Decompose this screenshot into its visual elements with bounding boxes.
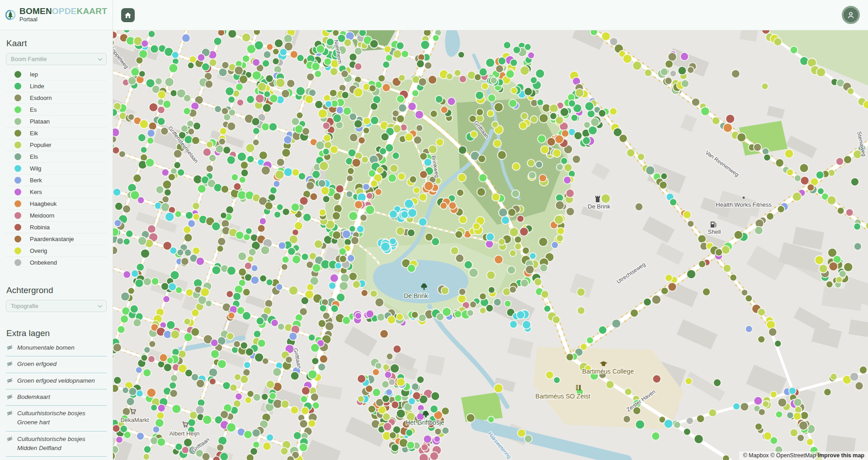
logo-row: BOMENOPDEKAART Portaal [0, 0, 113, 30]
legend-color-dot [14, 200, 21, 207]
legend-item-els[interactable]: Els [6, 151, 107, 163]
app-subtitle: Portaal [19, 17, 107, 23]
logo-text: BOMENOPDEKAART Portaal [19, 7, 107, 23]
legend-item-es[interactable]: Es [6, 104, 107, 116]
map-label-health-works-fitness: Health Works Fitness [716, 201, 772, 208]
legend-color-dot [14, 224, 21, 231]
extra-layers-list: Monumentale bomenGroen erfgoedGroen erfg… [6, 340, 107, 460]
map-canvas[interactable]: KoppelwegGriffensteijnselaanNijenheimGri… [113, 30, 868, 460]
legend-item-paardenkastanje[interactable]: Paardenkastanje [6, 233, 107, 245]
map-label-bartimeus-college: Bartiméus College [582, 368, 634, 375]
legend-color-dot [14, 153, 21, 160]
user-menu-button[interactable] [842, 6, 860, 24]
improve-map-link[interactable]: Improve this map [818, 452, 865, 459]
legend-item-esdoorn[interactable]: Esdoorn [6, 92, 107, 104]
sidebar-content: Kaart Boom Familie IepLindeEsdoornEsPlat… [0, 30, 113, 460]
chevron-down-icon [98, 56, 103, 61]
map-label-de-brink: De Brink [404, 292, 429, 299]
legend-color-dot [14, 259, 21, 266]
legend-item-linde[interactable]: Linde [6, 81, 107, 92]
eye-off-icon [7, 394, 13, 400]
home-button[interactable] [121, 8, 135, 22]
osm-attribution-link[interactable]: © OpenStreetMap [770, 452, 816, 459]
layer-label: Cultuurhistorische bosjesMidden Delfland [17, 435, 85, 453]
boom-familie-select[interactable]: Boom Familie [6, 53, 107, 65]
eye-off-icon [7, 361, 13, 367]
layer-toggle-bodemkaart[interactable]: Bodemkaart [6, 389, 107, 406]
map-label-shell: Shell [708, 228, 721, 235]
eye-off-icon [7, 345, 13, 351]
layer-toggle-fijnstof[interactable]: Fijnstof [6, 457, 107, 460]
user-icon [847, 11, 855, 19]
legend-label: Es [30, 106, 37, 113]
chevron-down-icon [98, 303, 103, 308]
legend-color-dot [14, 95, 21, 101]
legend-color-dot [14, 130, 21, 137]
legend-item-populier[interactable]: Populier [6, 139, 107, 151]
legend-color-dot [14, 177, 21, 184]
legend-label: Paardenkastanje [30, 236, 74, 242]
achtergrond-select[interactable]: Topografie [6, 300, 107, 312]
eye-off-icon [7, 378, 13, 384]
legend-item-plataan[interactable]: Plataan [6, 116, 107, 128]
legend-color-dot [14, 212, 21, 219]
legend-label: Linde [30, 83, 44, 90]
legend-color-dot [14, 165, 21, 172]
legend-item-onbekend[interactable]: Onbekend [6, 257, 107, 268]
app-title: BOMENOPDEKAART [19, 7, 107, 16]
legend-color-dot [14, 189, 21, 195]
topbar [113, 0, 868, 30]
map-label-bartimeus-so-zeist: Bartiméus SO Zeist [535, 393, 590, 400]
legend-item-iep[interactable]: Iep [6, 69, 107, 81]
legend-label: Overig [30, 247, 47, 254]
legend-item-overig[interactable]: Overig [6, 245, 107, 257]
layer-label: Groen erfgoed [17, 360, 57, 369]
legend-color-dot [14, 142, 21, 148]
legend-item-kers[interactable]: Kers [6, 186, 107, 198]
boom-familie-value: Boom Familie [11, 56, 47, 62]
legend-color-dot [14, 247, 21, 254]
legend-label: Iep [30, 71, 38, 78]
legend-item-wilg[interactable]: Wilg [6, 163, 107, 175]
layer-toggle-groen-erfgoed[interactable]: Groen erfgoed [6, 356, 107, 373]
tower-icon [595, 196, 600, 202]
map-label-albert-heijn: Albert Heijn [169, 430, 199, 437]
legend-label: Haagbeuk [30, 200, 57, 207]
legend-item-berk[interactable]: Berk [6, 175, 107, 186]
layer-toggle-groen-erfgoed-veldopnamen[interactable]: Groen erfgoed veldopnamen [6, 373, 107, 389]
legend-label: Robinia [30, 224, 50, 231]
home-icon [124, 12, 132, 19]
legend-label: Kers [30, 189, 42, 195]
sidebar: BOMENOPDEKAART Portaal Kaart Boom Famili… [0, 0, 113, 460]
main-area: KoppelwegGriffensteijnselaanNijenheimGri… [113, 0, 868, 460]
legend-color-dot [14, 236, 21, 242]
legend-label: Onbekend [30, 259, 57, 266]
legend-color-dot [14, 118, 21, 125]
legend-item-meidoorn[interactable]: Meidoorn [6, 210, 107, 222]
legend-item-haagbeuk[interactable]: Haagbeuk [6, 198, 107, 210]
layer-toggle-monumentale-bomen[interactable]: Monumentale bomen [6, 340, 107, 356]
map-label-het-griftbosje: Het Griftbosje [406, 419, 444, 426]
legend-label: Meidoorn [30, 212, 54, 219]
dot-icon [743, 197, 745, 199]
layer-label: Monumentale bomen [17, 343, 75, 352]
legend-color-dot [14, 83, 21, 90]
legend-item-eik[interactable]: Eik [6, 128, 107, 139]
layer-toggle-cultuurhistorische-bosjes[interactable]: Cultuurhistorische bosjesGroene hart [6, 406, 107, 432]
extra-lagen-heading: Extra lagen [6, 328, 107, 338]
map-container: KoppelwegGriffensteijnselaanNijenheimGri… [113, 30, 868, 460]
legend-label: Esdoorn [30, 95, 52, 101]
legend-label: Els [30, 153, 38, 160]
legend-label: Plataan [30, 118, 50, 125]
achtergrond-value: Topografie [11, 303, 38, 309]
layer-toggle-cultuurhistorische-bosjes[interactable]: Cultuurhistorische bosjesMidden Delfland [6, 432, 107, 457]
kaart-heading: Kaart [6, 38, 107, 48]
achtergrond-heading: Achtergrond [6, 285, 107, 295]
layer-label: Cultuurhistorische bosjesGroene hart [17, 409, 85, 427]
legend-label: Eik [30, 130, 38, 137]
legend-item-robinia[interactable]: Robinia [6, 222, 107, 233]
map-label-de-brink-monument: De Brink [588, 203, 610, 210]
layer-label: Groen erfgoed veldopnamen [17, 376, 95, 385]
legend-label: Populier [30, 142, 52, 148]
mapbox-attribution-link[interactable]: © Mapbox [743, 452, 769, 459]
